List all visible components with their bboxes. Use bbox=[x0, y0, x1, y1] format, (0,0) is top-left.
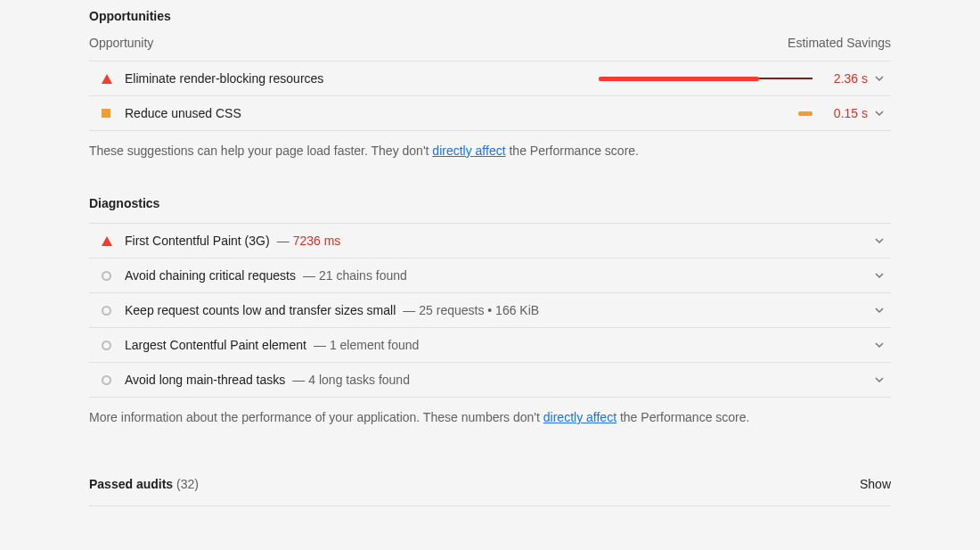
chevron-down-icon[interactable] bbox=[868, 108, 891, 119]
chevron-down-icon[interactable] bbox=[868, 73, 891, 84]
savings-bar bbox=[599, 111, 813, 116]
directly-affect-link[interactable]: directly affect bbox=[543, 410, 617, 424]
diagnostic-detail: 1 element found bbox=[330, 338, 419, 352]
savings-value: 2.36 s bbox=[825, 71, 868, 86]
diagnostic-row[interactable]: Avoid long main-thread tasks — 4 long ta… bbox=[89, 363, 891, 398]
opportunities-title: Opportunities bbox=[89, 9, 891, 23]
passed-audits-row[interactable]: Passed audits (32) Show bbox=[89, 463, 891, 506]
diagnostic-row[interactable]: First Contentful Paint (3G) — 7236 ms bbox=[89, 224, 891, 259]
opportunity-label: Reduce unused CSS bbox=[125, 106, 241, 120]
diagnostic-detail: 21 chains found bbox=[319, 268, 407, 283]
diagnostic-label: Keep request counts low and transfer siz… bbox=[125, 303, 396, 317]
diagnostics-helper: More information about the performance o… bbox=[89, 408, 891, 427]
info-icon bbox=[102, 271, 111, 281]
diagnostic-detail: 4 long tasks found bbox=[308, 373, 410, 387]
diagnostic-detail: 7236 ms bbox=[293, 234, 341, 248]
opportunities-col-right: Estimated Savings bbox=[788, 36, 891, 50]
chevron-down-icon[interactable] bbox=[868, 235, 891, 246]
info-icon bbox=[102, 306, 111, 316]
savings-bar bbox=[599, 77, 813, 81]
opportunities-header: Opportunity Estimated Savings bbox=[89, 36, 891, 50]
diagnostic-label: Largest Contentful Paint element bbox=[125, 338, 306, 352]
passed-audits-title: Passed audits bbox=[89, 477, 173, 491]
show-button[interactable]: Show bbox=[860, 477, 891, 491]
diagnostic-row[interactable]: Avoid chaining critical requests — 21 ch… bbox=[89, 259, 891, 293]
chevron-down-icon[interactable] bbox=[868, 305, 891, 316]
chevron-down-icon[interactable] bbox=[868, 374, 891, 385]
diagnostic-detail: 25 requests • 166 KiB bbox=[419, 303, 539, 317]
diagnostic-row[interactable]: Keep request counts low and transfer siz… bbox=[89, 293, 891, 328]
warning-high-icon bbox=[102, 74, 112, 84]
diagnostic-row[interactable]: Largest Contentful Paint element — 1 ele… bbox=[89, 328, 891, 363]
diagnostic-label: Avoid long main-thread tasks bbox=[125, 373, 285, 387]
chevron-down-icon[interactable] bbox=[868, 270, 891, 281]
warning-high-icon bbox=[102, 236, 112, 246]
warning-medium-icon bbox=[102, 109, 110, 118]
opportunities-col-left: Opportunity bbox=[89, 36, 153, 50]
opportunity-row[interactable]: Eliminate render-blocking resources 2.36… bbox=[89, 62, 891, 96]
opportunity-row[interactable]: Reduce unused CSS 0.15 s bbox=[89, 96, 891, 131]
info-icon bbox=[102, 341, 111, 350]
savings-value: 0.15 s bbox=[825, 106, 868, 120]
info-icon bbox=[102, 375, 111, 385]
diagnostic-label: Avoid chaining critical requests bbox=[125, 268, 296, 283]
directly-affect-link[interactable]: directly affect bbox=[432, 144, 505, 158]
opportunity-label: Eliminate render-blocking resources bbox=[125, 71, 323, 86]
diagnostics-title: Diagnostics bbox=[89, 196, 891, 210]
diagnostic-label: First Contentful Paint (3G) bbox=[125, 234, 270, 248]
opportunities-helper: These suggestions can help your page loa… bbox=[89, 142, 891, 160]
chevron-down-icon[interactable] bbox=[868, 340, 891, 350]
